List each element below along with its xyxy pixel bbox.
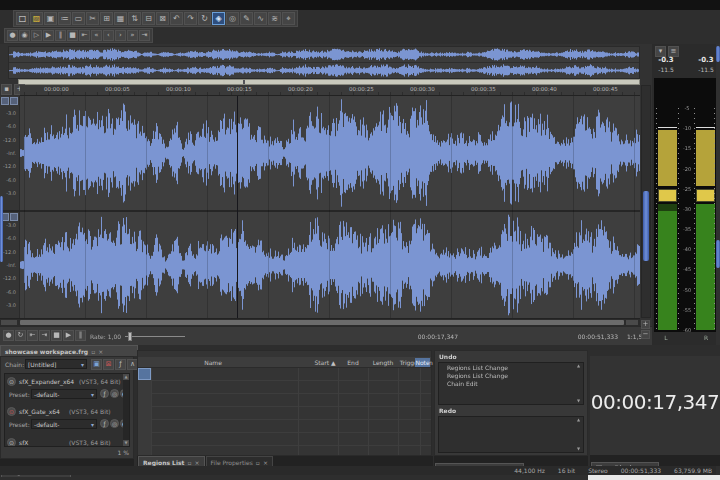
- wave-h-scrollbar[interactable]: [0, 318, 640, 326]
- redo-list[interactable]: [438, 416, 584, 453]
- close-icon[interactable]: ×: [195, 459, 200, 466]
- plugin-row[interactable]: ⊙ sfX_Expander_x64 (VST3, 64 Bit): [7, 376, 123, 388]
- regions-grid[interactable]: [138, 368, 431, 455]
- h-scroll-thumb[interactable]: [20, 320, 624, 325]
- dock-icon[interactable]: ▫: [91, 348, 95, 355]
- row-header-column: [138, 368, 151, 455]
- plugin-edit-icon[interactable]: ƒ: [100, 419, 109, 428]
- preset-select[interactable]: -default- ▾: [31, 389, 97, 399]
- save-icon[interactable]: ▣: [44, 12, 57, 25]
- forward-icon[interactable]: ›: [115, 30, 126, 41]
- playhead-cursor[interactable]: [237, 96, 238, 318]
- stop-icon[interactable]: ■: [67, 30, 78, 41]
- delete-icon[interactable]: ⊠: [156, 12, 169, 25]
- redo-icon[interactable]: ↷: [184, 12, 197, 25]
- plugin-row[interactable]: ⊙ sfX_Gate_x64 (VST3, 64 Bit): [7, 406, 123, 418]
- wave-go-start-icon[interactable]: ⇤: [27, 330, 38, 341]
- right-thumb-top[interactable]: [716, 46, 720, 62]
- selected-row-header[interactable]: [138, 368, 151, 380]
- remove-chain-icon[interactable]: ⊠: [103, 359, 114, 370]
- scroll-down-icon[interactable]: ▼: [123, 440, 129, 446]
- play-all-icon[interactable]: ▷: [31, 30, 42, 41]
- scroll-left-buttons[interactable]: [1, 320, 17, 325]
- save-chain-icon[interactable]: ▣: [91, 359, 102, 370]
- redo-scroll-up-icon[interactable]: ▲: [577, 417, 580, 422]
- undo-icon[interactable]: ↶: [170, 12, 183, 25]
- zoom-out-icon[interactable]: −: [641, 330, 650, 339]
- envelope-tool-icon[interactable]: ∿: [254, 12, 267, 25]
- preview-icon[interactable]: ▭: [72, 12, 85, 25]
- right-thumb-mid[interactable]: [716, 240, 720, 268]
- plugin-power-icon[interactable]: ⊙: [7, 438, 16, 447]
- undo-list[interactable]: Regions List ChangeRegions List ChangeCh…: [438, 362, 584, 405]
- chain-select[interactable]: [Untitled] ▾: [25, 359, 87, 369]
- go-to-end-icon[interactable]: ⇥: [139, 30, 150, 41]
- wave-loop-icon[interactable]: ↻: [15, 330, 26, 341]
- close-icon[interactable]: ×: [98, 348, 103, 355]
- open-icon[interactable]: ▨: [30, 12, 43, 25]
- go-to-start-icon[interactable]: ⇤: [79, 30, 90, 41]
- plugin-power-icon[interactable]: ⊙: [7, 407, 16, 416]
- plugin-bypass-icon[interactable]: ◎: [110, 389, 119, 398]
- waveform-channel-1[interactable]: -3.0-6.0-12.0-Inf.-12.0-6.0-3.0: [0, 96, 640, 210]
- plugin-list[interactable]: ⊙ sfX_Expander_x64 (VST3, 64 Bit) Preset…: [4, 373, 130, 447]
- waveform-channel-2[interactable]: -3.0-6.0-12.0-Inf.-12.0-6.0-3.0: [0, 212, 640, 318]
- record-icon[interactable]: ●: [7, 30, 18, 41]
- meter-body[interactable]: -5-10-15-20-25-30-35-40-45-50-55-60: [654, 78, 716, 332]
- time-ruler[interactable]: 00:00:0000:00:0500:00:1000:00:1500:00:20…: [20, 85, 640, 96]
- channel2-button-b[interactable]: [10, 213, 18, 221]
- left-dock-handle[interactable]: [0, 196, 3, 262]
- mix-icon[interactable]: ⇅: [128, 12, 141, 25]
- spectrum-icon[interactable]: ≋: [268, 12, 281, 25]
- repeat-icon[interactable]: ↻: [198, 12, 211, 25]
- dock-icon[interactable]: ▫: [256, 459, 260, 466]
- snap-icon[interactable]: ⌖: [282, 12, 295, 25]
- plugin-edit-icon[interactable]: ƒ: [100, 389, 109, 398]
- pause-icon[interactable]: ∥: [55, 30, 66, 41]
- redo-scroll-down-icon[interactable]: ▼: [577, 446, 580, 451]
- dock-icon[interactable]: ▫: [187, 459, 191, 466]
- chain-function-icon[interactable]: ƒ: [115, 359, 126, 370]
- undo-scroll-down-icon[interactable]: ▼: [577, 398, 580, 403]
- plugin-power-icon[interactable]: ⊙: [7, 377, 16, 386]
- wave-stop-icon[interactable]: ■: [51, 330, 62, 341]
- plugin-row[interactable]: ⊙ sfX_ (VST3, 64 Bit): [7, 437, 123, 447]
- channel1-button-a[interactable]: [1, 97, 9, 105]
- magnify-tool-icon[interactable]: ◎: [226, 12, 239, 25]
- v-scroll-thumb[interactable]: [643, 191, 649, 261]
- loop-playback-icon[interactable]: ◉: [19, 30, 30, 41]
- rate-slider[interactable]: [125, 336, 185, 337]
- scroll-right-buttons[interactable]: [626, 320, 638, 325]
- right-edge-scrollbar[interactable]: [716, 44, 720, 356]
- wave-pause-icon[interactable]: ∥: [75, 330, 86, 341]
- undo-scroll-up-icon[interactable]: ▲: [577, 363, 580, 368]
- copy-icon[interactable]: ⊞: [100, 12, 113, 25]
- channel1-button-b[interactable]: [10, 97, 18, 105]
- regions-note-button[interactable]: Note: [415, 358, 430, 367]
- plugin-list-scrollbar[interactable]: ▲ ▼: [123, 374, 129, 446]
- wave-go-end-icon[interactable]: ⇥: [39, 330, 50, 341]
- plugin-bypass-icon[interactable]: ◎: [110, 419, 119, 428]
- scroll-up-icon[interactable]: ▲: [123, 374, 129, 380]
- close-icon[interactable]: ×: [263, 459, 268, 466]
- forward-fast-icon[interactable]: »: [127, 30, 138, 41]
- new-file-icon[interactable]: □: [16, 12, 29, 25]
- cut-icon[interactable]: ✂: [86, 12, 99, 25]
- pencil-tool-icon[interactable]: ✎: [240, 12, 253, 25]
- rate-slider-thumb[interactable]: [128, 332, 132, 341]
- wave-play-icon[interactable]: ▶: [63, 330, 74, 341]
- wave-v-scrollbar[interactable]: [641, 85, 651, 318]
- play-icon[interactable]: ▶: [43, 30, 54, 41]
- trim-icon[interactable]: ⊟: [142, 12, 155, 25]
- rewind-fast-icon[interactable]: «: [91, 30, 102, 41]
- rewind-icon[interactable]: ‹: [103, 30, 114, 41]
- properties-icon[interactable]: ≔: [58, 12, 71, 25]
- wave-record-icon[interactable]: ●: [3, 330, 14, 341]
- document-tab[interactable]: showcase workspace.frg ▫ ×: [0, 345, 138, 356]
- overview-strip[interactable]: [8, 46, 640, 79]
- ruler-menu-icon[interactable]: ▪: [1, 84, 12, 95]
- zoom-in-icon[interactable]: +: [641, 320, 650, 329]
- paste-icon[interactable]: ▦: [114, 12, 127, 25]
- edit-tool-icon[interactable]: ◈: [212, 12, 225, 25]
- preset-select[interactable]: -default- ▾: [31, 419, 97, 429]
